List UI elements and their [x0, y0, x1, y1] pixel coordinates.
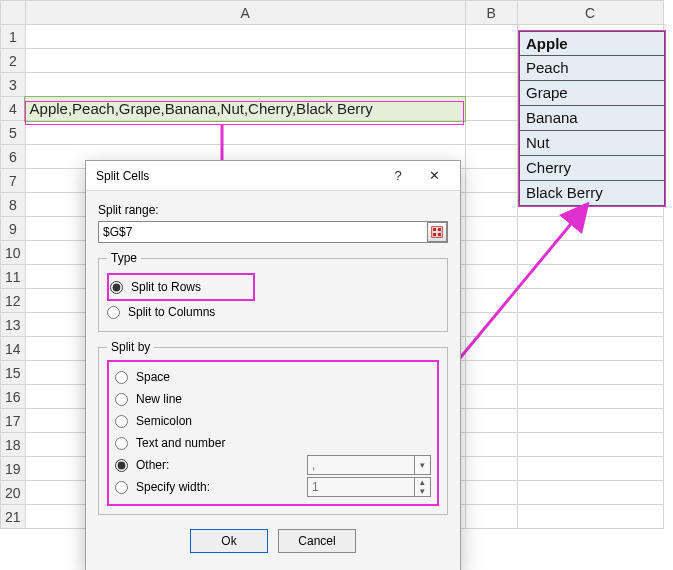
cell[interactable]: [465, 169, 517, 193]
cell[interactable]: [517, 265, 663, 289]
ok-button[interactable]: Ok: [190, 529, 268, 553]
cell[interactable]: [465, 121, 517, 145]
list-item: Black Berry: [519, 181, 665, 206]
row-header[interactable]: 14: [1, 337, 26, 361]
cell[interactable]: [517, 313, 663, 337]
range-picker-button[interactable]: [427, 222, 447, 242]
spin-down-icon[interactable]: ▾: [414, 487, 430, 496]
cell[interactable]: [465, 241, 517, 265]
cell[interactable]: [465, 97, 517, 121]
row-header[interactable]: 3: [1, 73, 26, 97]
cell[interactable]: [465, 433, 517, 457]
row-header[interactable]: 16: [1, 385, 26, 409]
radio-split-rows[interactable]: Split to Rows: [110, 276, 201, 298]
radio-other-input[interactable]: [115, 459, 128, 472]
radio-space-input[interactable]: [115, 371, 128, 384]
cell[interactable]: [517, 505, 663, 529]
row-header[interactable]: 2: [1, 49, 26, 73]
row-header[interactable]: 1: [1, 25, 26, 49]
row-header[interactable]: 10: [1, 241, 26, 265]
row-header[interactable]: 13: [1, 313, 26, 337]
col-header-b[interactable]: B: [465, 1, 517, 25]
cell[interactable]: [25, 25, 465, 49]
cell[interactable]: [517, 457, 663, 481]
row-header[interactable]: 12: [1, 289, 26, 313]
cell[interactable]: [465, 457, 517, 481]
radio-textnum[interactable]: Text and number: [115, 432, 431, 454]
radio-newline-input[interactable]: [115, 393, 128, 406]
cell[interactable]: [465, 313, 517, 337]
row-header[interactable]: 8: [1, 193, 26, 217]
cell[interactable]: [517, 433, 663, 457]
row-header[interactable]: 9: [1, 217, 26, 241]
row-header[interactable]: 21: [1, 505, 26, 529]
cell[interactable]: [465, 337, 517, 361]
close-button[interactable]: ✕: [416, 163, 452, 189]
list-item: Cherry: [519, 156, 665, 181]
row-header[interactable]: 15: [1, 361, 26, 385]
cell[interactable]: [465, 73, 517, 97]
cell[interactable]: [465, 265, 517, 289]
row-header[interactable]: 11: [1, 265, 26, 289]
cancel-button[interactable]: Cancel: [278, 529, 356, 553]
radio-textnum-input[interactable]: [115, 437, 128, 450]
radio-split-cols-input[interactable]: [107, 306, 120, 319]
radio-width-row: Specify width: ▴ ▾: [115, 476, 431, 498]
row-header[interactable]: 18: [1, 433, 26, 457]
type-group: Type Split to Rows Split to Columns: [98, 251, 448, 332]
radio-label: Space: [136, 370, 170, 384]
cell[interactable]: [517, 409, 663, 433]
radio-label: Semicolon: [136, 414, 192, 428]
select-all-corner[interactable]: [1, 1, 26, 25]
cell[interactable]: [517, 217, 663, 241]
radio-label: Specify width:: [136, 480, 210, 494]
radio-semicolon-input[interactable]: [115, 415, 128, 428]
cell[interactable]: [465, 289, 517, 313]
radio-label: Split to Rows: [131, 280, 201, 294]
cell[interactable]: [517, 481, 663, 505]
row-header[interactable]: 17: [1, 409, 26, 433]
dialog-titlebar[interactable]: Split Cells ? ✕: [86, 161, 460, 191]
split-range-label: Split range:: [98, 203, 448, 217]
list-item: Nut: [519, 131, 665, 156]
cell[interactable]: [517, 361, 663, 385]
row-header[interactable]: 6: [1, 145, 26, 169]
radio-split-cols[interactable]: Split to Columns: [107, 301, 439, 323]
radio-label: Text and number: [136, 436, 225, 450]
cell[interactable]: [465, 385, 517, 409]
row-header[interactable]: 5: [1, 121, 26, 145]
cell[interactable]: [25, 49, 465, 73]
row-header[interactable]: 4: [1, 97, 26, 121]
split-range-input[interactable]: [98, 221, 448, 243]
radio-newline[interactable]: New line: [115, 388, 431, 410]
cell[interactable]: [465, 145, 517, 169]
radio-space[interactable]: Space: [115, 366, 431, 388]
cell[interactable]: [465, 217, 517, 241]
row-header[interactable]: 19: [1, 457, 26, 481]
row-header[interactable]: 20: [1, 481, 26, 505]
cell[interactable]: [465, 49, 517, 73]
cell[interactable]: [25, 73, 465, 97]
cell[interactable]: [465, 481, 517, 505]
width-input[interactable]: [307, 477, 431, 497]
cell[interactable]: [465, 409, 517, 433]
cell[interactable]: [465, 505, 517, 529]
col-header-a[interactable]: A: [25, 1, 465, 25]
svg-rect-4: [438, 228, 441, 231]
radio-width-input[interactable]: [115, 481, 128, 494]
cell[interactable]: [517, 289, 663, 313]
cell[interactable]: [517, 385, 663, 409]
row-header[interactable]: 7: [1, 169, 26, 193]
chevron-down-icon[interactable]: ▾: [414, 456, 430, 474]
cell[interactable]: [465, 25, 517, 49]
cell[interactable]: [517, 337, 663, 361]
cell[interactable]: [517, 241, 663, 265]
svg-rect-5: [433, 233, 436, 236]
radio-split-rows-input[interactable]: [110, 281, 123, 294]
cell[interactable]: [465, 193, 517, 217]
other-delimiter-input[interactable]: [307, 455, 431, 475]
col-header-c[interactable]: C: [517, 1, 663, 25]
radio-semicolon[interactable]: Semicolon: [115, 410, 431, 432]
cell[interactable]: [465, 361, 517, 385]
help-button[interactable]: ?: [380, 163, 416, 189]
